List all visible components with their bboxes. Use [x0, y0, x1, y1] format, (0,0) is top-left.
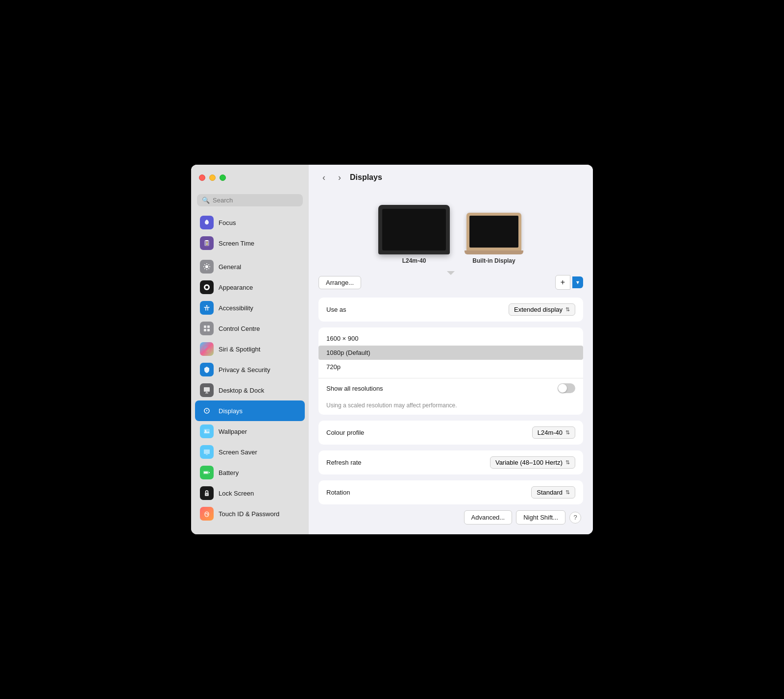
sidebar-item-desktop[interactable]: Desktop & Dock [195, 380, 305, 400]
search-bar[interactable]: 🔍 [197, 194, 303, 206]
sidebar-item-label: Screen Saver [219, 449, 257, 456]
refresh-rate-card: Refresh rate Variable (48–100 Hertz) ⇅ [318, 450, 583, 474]
sidebar-list: Focus ⏳ Screen Time General [191, 212, 309, 534]
displays-icon [200, 404, 214, 418]
svg-point-25 [206, 494, 207, 495]
resolution-720p[interactable]: 720p [318, 360, 583, 374]
svg-point-5 [205, 286, 208, 289]
sidebar-item-focus[interactable]: Focus [195, 212, 305, 233]
use-as-row: Use as Extended display ⇅ [318, 298, 583, 322]
sidebar-item-privacy[interactable]: Privacy & Security [195, 359, 305, 380]
svg-rect-12 [204, 387, 210, 392]
resolution-card: 1600 × 900 1080p (Default) 720p Show all… [318, 327, 583, 415]
sidebar-item-touchid[interactable]: Touch ID & Password [195, 503, 305, 524]
svg-text:⏳: ⏳ [205, 241, 209, 246]
rotation-select[interactable]: Standard ⇅ [531, 486, 575, 499]
search-icon: 🔍 [202, 197, 210, 204]
svg-rect-19 [204, 449, 210, 454]
sidebar-item-controlcentre[interactable]: Control Centre [195, 318, 305, 339]
sidebar-item-label: Battery [219, 469, 239, 476]
builtin-display-item[interactable]: Built-in Display [465, 213, 523, 264]
svg-rect-23 [209, 472, 210, 473]
sidebar-item-screensaver[interactable]: Screen Saver [195, 442, 305, 462]
sidebar-item-lockscreen[interactable]: Lock Screen [195, 483, 305, 503]
rotation-card: Rotation Standard ⇅ [318, 480, 583, 504]
sidebar-item-label: Screen Time [219, 240, 254, 247]
minimize-button[interactable] [209, 175, 216, 181]
sidebar-item-wallpaper[interactable]: Wallpaper [195, 421, 305, 442]
svg-rect-17 [204, 429, 210, 434]
touchid-icon [200, 507, 214, 521]
close-button[interactable] [199, 175, 205, 181]
svg-point-16 [206, 410, 207, 411]
svg-point-26 [205, 512, 209, 517]
add-display-dropdown[interactable]: ▾ [572, 276, 583, 288]
sidebar-item-label: General [219, 263, 241, 271]
show-all-row: Show all resolutions [318, 378, 583, 398]
add-display-controls: + ▾ [555, 275, 583, 290]
refresh-rate-label: Refresh rate [326, 459, 490, 466]
colour-profile-card: Colour profile L24m-40 ⇅ [318, 421, 583, 445]
sidebar-item-displays[interactable]: Displays [195, 400, 305, 421]
advanced-button[interactable]: Advanced... [464, 510, 513, 524]
use-as-label: Use as [326, 306, 509, 313]
sidebar-item-label: Privacy & Security [219, 366, 270, 374]
use-as-select[interactable]: Extended display ⇅ [509, 303, 575, 316]
colour-profile-row: Colour profile L24m-40 ⇅ [318, 421, 583, 445]
night-shift-button[interactable]: Night Shift... [516, 510, 565, 524]
sidebar-item-battery[interactable]: Battery [195, 462, 305, 483]
help-button[interactable]: ? [569, 512, 581, 524]
general-icon [200, 260, 214, 274]
screensaver-icon [200, 445, 214, 459]
sidebar-item-label: Wallpaper [219, 428, 247, 435]
colour-profile-chevron: ⇅ [565, 429, 570, 436]
toggle-thumb [558, 384, 567, 393]
sidebar-item-screentime[interactable]: ⏳ Screen Time [195, 233, 305, 253]
svg-rect-14 [206, 392, 207, 393]
sidebar-item-label: Siri & Spotlight [219, 346, 260, 353]
external-display-item[interactable]: L24m-40 [378, 205, 450, 264]
colour-profile-label: Colour profile [326, 429, 532, 436]
forward-button[interactable]: › [334, 171, 345, 185]
svg-point-6 [206, 305, 208, 307]
display-controls: Arrange... + ▾ [318, 275, 583, 290]
laptop-lid [466, 213, 521, 250]
svg-rect-22 [204, 472, 208, 474]
pointer-triangle [447, 271, 455, 275]
maximize-button[interactable] [220, 175, 226, 181]
search-input[interactable] [213, 197, 298, 204]
add-display-button[interactable]: + [555, 275, 570, 290]
refresh-rate-row: Refresh rate Variable (48–100 Hertz) ⇅ [318, 450, 583, 474]
screentime-icon: ⏳ [200, 236, 214, 250]
sidebar: 🔍 Focus ⏳ Screen Time [191, 165, 309, 534]
sidebar-item-siri[interactable]: Siri & Spotlight [195, 339, 305, 359]
refresh-rate-value: Variable (48–100 Hertz) [495, 459, 563, 466]
refresh-rate-chevron: ⇅ [565, 459, 570, 466]
resolution-1080p[interactable]: 1080p (Default) [318, 346, 583, 360]
arrange-button[interactable]: Arrange... [318, 276, 361, 289]
siri-icon [200, 342, 214, 356]
display-preview: L24m-40 Built-in Display [318, 195, 583, 269]
titlebar [191, 165, 309, 190]
show-all-toggle[interactable] [558, 383, 575, 393]
page-title: Displays [350, 173, 382, 182]
sidebar-item-appearance[interactable]: Appearance [195, 277, 305, 298]
svg-rect-9 [204, 329, 206, 331]
colour-profile-select[interactable]: L24m-40 ⇅ [532, 426, 575, 439]
lockscreen-icon [200, 486, 214, 500]
sidebar-item-accessibility[interactable]: Accessibility [195, 298, 305, 318]
rotation-label: Rotation [326, 489, 531, 496]
sidebar-item-label: Accessibility [219, 304, 253, 312]
display-pointer [318, 271, 583, 275]
accessibility-icon [200, 301, 214, 315]
svg-point-3 [205, 265, 208, 268]
refresh-rate-select[interactable]: Variable (48–100 Hertz) ⇅ [490, 456, 575, 469]
focus-icon [200, 216, 214, 229]
sidebar-item-label: Displays [219, 407, 243, 415]
desktop-icon [200, 383, 214, 397]
resolution-1600[interactable]: 1600 × 900 [318, 331, 583, 346]
sidebar-item-general[interactable]: General [195, 256, 305, 277]
resolution-list: 1600 × 900 1080p (Default) 720p [318, 327, 583, 378]
back-button[interactable]: ‹ [318, 171, 329, 185]
colour-profile-value: L24m-40 [538, 429, 563, 436]
